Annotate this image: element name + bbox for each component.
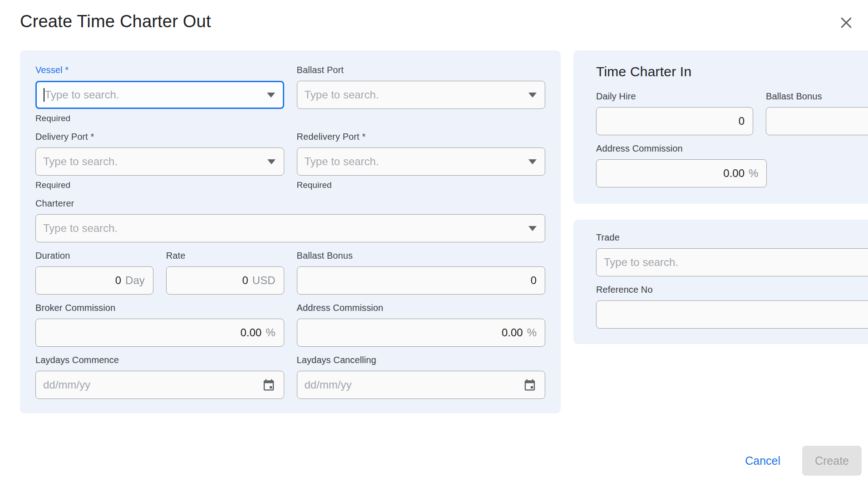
charterer-input[interactable]	[43, 215, 524, 242]
vessel-label: Vessel *	[35, 65, 284, 75]
laydays-cancelling-datebox[interactable]	[297, 371, 546, 399]
laydays-cancelling-field: Laydays Cancelling	[297, 355, 546, 399]
chevron-down-icon[interactable]	[528, 159, 537, 164]
trade-label: Trade	[596, 232, 868, 243]
laydays-commence-input[interactable]	[43, 371, 257, 398]
time-charter-in-heading: Time Charter In	[596, 64, 868, 79]
reference-no-input[interactable]	[604, 301, 868, 328]
duration-input[interactable]	[43, 267, 121, 294]
cancel-button[interactable]: Cancel	[743, 451, 782, 471]
rate-field: Rate USD	[166, 251, 284, 295]
broker-commission-percent-suffix: %	[266, 326, 275, 339]
ballast-bonus-label: Ballast Bonus	[297, 251, 546, 261]
ballast-port-combobox[interactable]	[297, 81, 546, 109]
create-button[interactable]: Create	[802, 446, 862, 476]
ballast-bonus-input[interactable]	[305, 267, 537, 294]
calendar-icon[interactable]	[523, 378, 537, 392]
laydays-cancelling-input[interactable]	[305, 371, 519, 398]
broker-commission-inputbox[interactable]: %	[35, 319, 284, 347]
daily-hire-field: Daily Hire	[596, 91, 753, 135]
broker-commission-field: Broker Commission %	[35, 303, 284, 347]
duration-field: Duration Day	[35, 251, 153, 295]
ballast-port-label: Ballast Port	[297, 65, 546, 75]
redelivery-port-combobox[interactable]	[297, 148, 546, 176]
broker-commission-label: Broker Commission	[35, 303, 284, 313]
dialog-footer: Cancel Create	[743, 446, 862, 476]
vessel-required-helper: Required	[35, 113, 284, 123]
reference-no-inputbox[interactable]	[596, 300, 868, 329]
tci-ballast-bonus-label: Ballast Bonus	[766, 91, 868, 102]
spacer	[779, 143, 868, 187]
redelivery-port-input[interactable]	[305, 148, 524, 175]
trade-combobox[interactable]	[596, 248, 868, 276]
create-time-charter-out-dialog: Create Time Charter Out Vessel * Require…	[0, 0, 868, 482]
rate-currency-suffix: USD	[252, 274, 276, 287]
tci-address-commission-inputbox[interactable]: %	[596, 159, 767, 187]
daily-hire-input[interactable]	[604, 108, 745, 135]
ballast-bonus-inputbox[interactable]	[297, 266, 546, 295]
charter-out-form-panel: Vessel * Required Ballast Port	[20, 50, 561, 413]
trade-details-panel: Trade Reference No	[573, 220, 868, 344]
laydays-cancelling-label: Laydays Cancelling	[297, 355, 546, 365]
laydays-commence-field: Laydays Commence	[35, 355, 284, 399]
tci-address-commission-field: Address Commission %	[596, 143, 767, 187]
trade-field: Trade	[596, 232, 868, 276]
tci-address-commission-label: Address Commission	[596, 143, 767, 154]
text-cursor	[44, 88, 44, 102]
right-column: Time Charter In Daily Hire Ballast Bonus	[573, 50, 868, 344]
vessel-input[interactable]	[45, 82, 263, 108]
daily-hire-inputbox[interactable]	[596, 107, 753, 135]
address-commission-input[interactable]	[305, 319, 523, 346]
trade-input[interactable]	[604, 249, 868, 276]
delivery-port-combobox[interactable]	[35, 148, 284, 176]
charterer-combobox[interactable]	[35, 214, 545, 242]
reference-no-label: Reference No	[596, 285, 868, 295]
vessel-field: Vessel * Required	[35, 65, 284, 123]
tci-ballast-bonus-field: Ballast Bonus	[766, 91, 868, 135]
address-commission-inputbox[interactable]: %	[297, 319, 546, 347]
rate-inputbox[interactable]: USD	[166, 266, 284, 295]
charterer-label: Charterer	[35, 198, 545, 209]
delivery-port-field: Delivery Port * Required	[35, 132, 284, 190]
delivery-port-input[interactable]	[43, 148, 263, 175]
tci-ballast-bonus-input[interactable]	[774, 108, 868, 135]
chevron-down-icon[interactable]	[267, 159, 276, 164]
delivery-port-required-helper: Required	[35, 180, 284, 190]
close-button[interactable]	[836, 13, 856, 33]
duration-unit-suffix: Day	[125, 274, 145, 287]
redelivery-port-label: Redelivery Port *	[297, 132, 546, 142]
dialog-header: Create Time Charter Out	[0, 0, 868, 31]
duration-label: Duration	[35, 251, 153, 261]
address-commission-percent-suffix: %	[527, 326, 537, 339]
address-commission-label: Address Commission	[297, 303, 546, 313]
ballast-port-input[interactable]	[305, 81, 524, 108]
dialog-content: Vessel * Required Ballast Port	[20, 50, 848, 413]
delivery-port-label: Delivery Port *	[35, 132, 284, 142]
vessel-combobox[interactable]	[35, 81, 284, 109]
ballast-port-field: Ballast Port	[297, 65, 546, 123]
redelivery-port-required-helper: Required	[297, 180, 546, 190]
broker-commission-input[interactable]	[43, 319, 261, 346]
tci-ballast-bonus-inputbox[interactable]	[766, 107, 868, 135]
laydays-commence-datebox[interactable]	[35, 371, 284, 399]
rate-input[interactable]	[174, 267, 248, 294]
daily-hire-label: Daily Hire	[596, 91, 753, 102]
duration-inputbox[interactable]: Day	[35, 266, 153, 295]
laydays-commence-label: Laydays Commence	[35, 355, 284, 365]
address-commission-field: Address Commission %	[297, 303, 546, 347]
ballast-bonus-field: Ballast Bonus	[297, 251, 546, 295]
tci-address-commission-percent-suffix: %	[749, 167, 758, 180]
rate-label: Rate	[166, 251, 284, 261]
tci-address-commission-input[interactable]	[604, 160, 745, 187]
time-charter-in-panel: Time Charter In Daily Hire Ballast Bonus	[573, 50, 868, 204]
chevron-down-icon[interactable]	[528, 226, 537, 231]
chevron-down-icon[interactable]	[528, 93, 537, 98]
calendar-icon[interactable]	[262, 378, 276, 392]
chevron-down-icon[interactable]	[267, 93, 275, 98]
reference-no-field: Reference No	[596, 285, 868, 329]
page-title: Create Time Charter Out	[20, 12, 848, 31]
charterer-field: Charterer	[35, 198, 545, 242]
redelivery-port-field: Redelivery Port * Required	[297, 132, 546, 190]
close-icon	[838, 15, 854, 30]
